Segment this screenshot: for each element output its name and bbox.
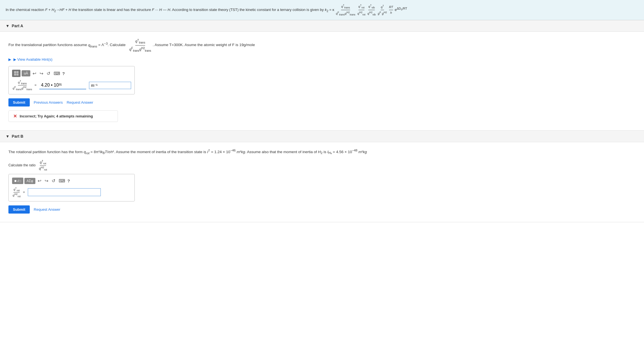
part-b-redo-button[interactable]: ↪: [44, 178, 49, 184]
part-a-feedback: ✕ Incorrect; Try Again; 4 attempts remai…: [8, 110, 118, 122]
part-b-ratio-label: Calculate the ratio q†rot qH2rot: [8, 160, 636, 171]
part-a-unit-input[interactable]: [89, 82, 131, 89]
part-b-eq-label: q†rot qH2rot =: [12, 187, 25, 198]
hint-link[interactable]: ▶ ▶ View Available Hint(s): [8, 57, 52, 62]
part-b-arrow: ▼: [6, 134, 10, 139]
undo-icon: ↩: [33, 71, 36, 76]
format-button[interactable]: uÀ: [22, 70, 30, 76]
part-a-question: For the translational partition function…: [8, 37, 636, 53]
part-b-keyboard-button[interactable]: ⌨: [58, 178, 66, 184]
part-a-label: Part A: [12, 24, 23, 28]
redo-icon: ↪: [45, 178, 48, 183]
part-b-reset-button[interactable]: ↺: [51, 178, 56, 184]
part-b-question: The rotational partition function has th…: [8, 148, 636, 156]
part-b-action-row: Submit Request Answer: [8, 205, 636, 214]
keyboard-icon: ⌨: [59, 178, 65, 183]
part-b-label: Part B: [12, 134, 23, 139]
part-a-answer-box: uÀ ↩ ↪ ↺ ⌨ ?: [8, 66, 135, 94]
matrix-button[interactable]: [12, 70, 20, 77]
part-b-request-answer-link[interactable]: Request Answer: [34, 207, 60, 212]
part-a-equation-row: q†trans qFtransqH2trans =: [12, 80, 131, 91]
part-b-equation-row: q†rot qH2rot =: [12, 187, 131, 198]
redo-icon: ↪: [40, 71, 43, 76]
keyboard-icon: ⌨: [54, 71, 60, 76]
part-b-value-input[interactable]: [28, 188, 101, 196]
part-a-header[interactable]: ▼ Part A: [0, 20, 644, 32]
part-a-request-answer-link[interactable]: Request Answer: [67, 100, 93, 105]
part-a-eq-label: q†trans qFtransqH2trans =: [12, 80, 36, 91]
part-a-toolbar: uÀ ↩ ↪ ↺ ⌨ ?: [12, 70, 131, 77]
part-a-action-row: Submit Previous Answers Request Answer: [8, 98, 636, 106]
part-a-arrow: ▼: [6, 24, 10, 28]
reset-button[interactable]: ↺: [45, 70, 51, 77]
part-b-header[interactable]: ▼ Part B: [0, 131, 644, 142]
part-a-submit-button[interactable]: Submit: [8, 98, 30, 106]
reset-icon: ↺: [47, 71, 50, 76]
undo-button[interactable]: ↩: [31, 70, 37, 77]
greek-button[interactable]: ΑΣφ: [24, 178, 35, 184]
sqrt-icon: √□: [17, 179, 21, 183]
part-a-value-input[interactable]: [39, 81, 86, 89]
part-b-undo-button[interactable]: ↩: [36, 178, 42, 184]
part-b-help-button[interactable]: ?: [67, 178, 70, 183]
part-b-section: ▼ Part B The rotational partition functi…: [0, 131, 644, 222]
part-b-toolbar: ■ √□ ΑΣφ ↩ ↪ ↺: [12, 178, 131, 184]
reset-icon: ↺: [52, 178, 55, 183]
help-button[interactable]: ?: [62, 71, 65, 76]
sqrt-button[interactable]: ■ √□: [12, 178, 23, 184]
part-b-answer-box: ■ √□ ΑΣφ ↩ ↪ ↺: [8, 174, 135, 201]
part-b-content: The rotational partition function has th…: [0, 142, 644, 222]
part-a-content: For the translational partition function…: [0, 32, 644, 130]
part-b-submit-button[interactable]: Submit: [8, 205, 30, 214]
hint-arrow: ▶: [8, 57, 11, 62]
keyboard-button[interactable]: ⌨: [52, 70, 61, 77]
undo-icon: ↩: [38, 178, 41, 183]
block-icon: ■: [14, 179, 17, 183]
error-icon: ✕: [13, 114, 17, 119]
problem-statement: In the chemical reaction F + H2→HF + H t…: [0, 0, 644, 20]
redo-button[interactable]: ↪: [38, 70, 44, 77]
part-a-section: ▼ Part A For the translational partition…: [0, 20, 644, 131]
part-a-previous-answers-link[interactable]: Previous Answers: [34, 100, 63, 105]
